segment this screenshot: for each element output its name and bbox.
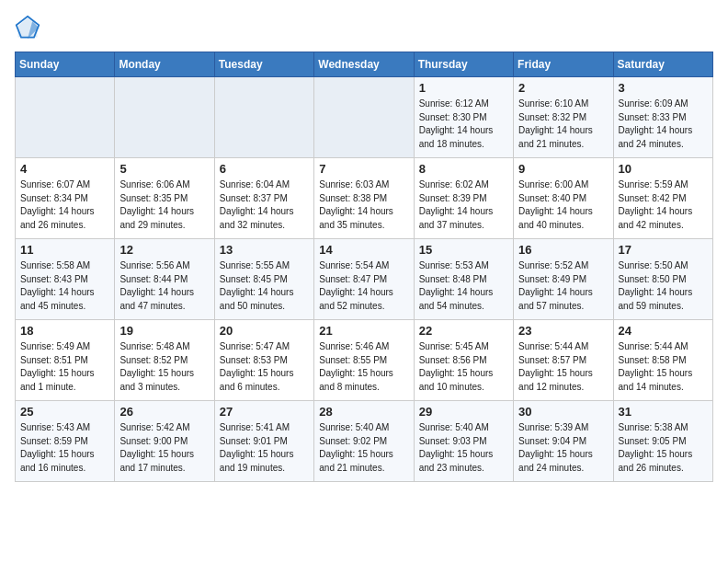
day-of-week-header: Monday xyxy=(115,52,214,77)
calendar-cell: 5Sunrise: 6:06 AM Sunset: 8:35 PM Daylig… xyxy=(115,158,214,239)
day-number: 1 xyxy=(419,81,508,95)
day-number: 11 xyxy=(20,243,109,257)
calendar-cell xyxy=(16,77,115,158)
calendar-cell: 8Sunrise: 6:02 AM Sunset: 8:39 PM Daylig… xyxy=(414,158,513,239)
day-detail: Sunrise: 6:00 AM Sunset: 8:40 PM Dayligh… xyxy=(518,178,608,232)
day-detail: Sunrise: 5:46 AM Sunset: 8:55 PM Dayligh… xyxy=(319,340,408,394)
calendar-cell: 11Sunrise: 5:58 AM Sunset: 8:43 PM Dayli… xyxy=(16,239,115,320)
day-detail: Sunrise: 5:40 AM Sunset: 9:02 PM Dayligh… xyxy=(319,421,408,475)
day-number: 8 xyxy=(419,162,508,176)
calendar-cell: 7Sunrise: 6:03 AM Sunset: 8:38 PM Daylig… xyxy=(314,158,414,239)
day-detail: Sunrise: 5:59 AM Sunset: 8:42 PM Dayligh… xyxy=(619,178,708,232)
day-detail: Sunrise: 5:38 AM Sunset: 9:05 PM Dayligh… xyxy=(619,421,708,475)
day-detail: Sunrise: 5:42 AM Sunset: 9:00 PM Dayligh… xyxy=(119,421,209,475)
day-detail: Sunrise: 5:39 AM Sunset: 9:04 PM Dayligh… xyxy=(518,421,608,475)
day-number: 16 xyxy=(518,243,608,257)
day-number: 17 xyxy=(619,243,708,257)
day-number: 23 xyxy=(518,324,608,338)
calendar-cell: 27Sunrise: 5:41 AM Sunset: 9:01 PM Dayli… xyxy=(214,401,313,482)
calendar-cell: 26Sunrise: 5:42 AM Sunset: 9:00 PM Dayli… xyxy=(115,401,214,482)
day-number: 28 xyxy=(319,405,408,419)
day-number: 14 xyxy=(319,243,408,257)
calendar-cell: 10Sunrise: 5:59 AM Sunset: 8:42 PM Dayli… xyxy=(613,158,712,239)
day-detail: Sunrise: 5:41 AM Sunset: 9:01 PM Dayligh… xyxy=(220,421,309,475)
day-number: 25 xyxy=(20,405,109,419)
day-detail: Sunrise: 6:06 AM Sunset: 8:35 PM Dayligh… xyxy=(119,178,209,232)
day-detail: Sunrise: 5:47 AM Sunset: 8:53 PM Dayligh… xyxy=(220,340,309,394)
calendar-cell: 28Sunrise: 5:40 AM Sunset: 9:02 PM Dayli… xyxy=(314,401,414,482)
day-number: 10 xyxy=(619,162,708,176)
calendar-cell: 15Sunrise: 5:53 AM Sunset: 8:48 PM Dayli… xyxy=(414,239,513,320)
day-detail: Sunrise: 6:04 AM Sunset: 8:37 PM Dayligh… xyxy=(220,178,309,232)
day-detail: Sunrise: 5:54 AM Sunset: 8:47 PM Dayligh… xyxy=(319,259,408,313)
calendar-cell: 6Sunrise: 6:04 AM Sunset: 8:37 PM Daylig… xyxy=(214,158,313,239)
calendar-cell: 3Sunrise: 6:09 AM Sunset: 8:33 PM Daylig… xyxy=(613,77,712,158)
day-detail: Sunrise: 6:07 AM Sunset: 8:34 PM Dayligh… xyxy=(20,178,109,232)
calendar-cell: 12Sunrise: 5:56 AM Sunset: 8:44 PM Dayli… xyxy=(115,239,214,320)
day-of-week-header: Wednesday xyxy=(314,52,414,77)
day-detail: Sunrise: 5:44 AM Sunset: 8:58 PM Dayligh… xyxy=(619,340,708,394)
day-number: 9 xyxy=(518,162,608,176)
day-number: 21 xyxy=(319,324,408,338)
calendar-cell: 21Sunrise: 5:46 AM Sunset: 8:55 PM Dayli… xyxy=(314,320,414,401)
day-number: 4 xyxy=(20,162,109,176)
day-number: 20 xyxy=(220,324,309,338)
day-detail: Sunrise: 5:44 AM Sunset: 8:57 PM Dayligh… xyxy=(518,340,608,394)
logo xyxy=(15,15,44,40)
day-of-week-header: Saturday xyxy=(613,52,712,77)
calendar-cell xyxy=(314,77,414,158)
day-detail: Sunrise: 6:10 AM Sunset: 8:32 PM Dayligh… xyxy=(518,98,608,151)
day-of-week-header: Sunday xyxy=(16,52,115,77)
calendar-cell: 14Sunrise: 5:54 AM Sunset: 8:47 PM Dayli… xyxy=(314,239,414,320)
calendar-cell: 19Sunrise: 5:48 AM Sunset: 8:52 PM Dayli… xyxy=(115,320,214,401)
calendar-cell: 23Sunrise: 5:44 AM Sunset: 8:57 PM Dayli… xyxy=(514,320,613,401)
page-header xyxy=(15,15,713,40)
calendar-table: SundayMondayTuesdayWednesdayThursdayFrid… xyxy=(15,52,713,482)
calendar-cell: 16Sunrise: 5:52 AM Sunset: 8:49 PM Dayli… xyxy=(514,239,613,320)
day-number: 30 xyxy=(518,405,608,419)
calendar-cell: 30Sunrise: 5:39 AM Sunset: 9:04 PM Dayli… xyxy=(514,401,613,482)
calendar-cell: 2Sunrise: 6:10 AM Sunset: 8:32 PM Daylig… xyxy=(514,77,613,158)
day-number: 3 xyxy=(619,81,708,95)
day-number: 15 xyxy=(419,243,508,257)
calendar-cell: 18Sunrise: 5:49 AM Sunset: 8:51 PM Dayli… xyxy=(16,320,115,401)
day-detail: Sunrise: 5:52 AM Sunset: 8:49 PM Dayligh… xyxy=(518,259,608,313)
day-number: 2 xyxy=(518,81,608,95)
day-detail: Sunrise: 5:55 AM Sunset: 8:45 PM Dayligh… xyxy=(220,259,309,313)
day-detail: Sunrise: 5:43 AM Sunset: 8:59 PM Dayligh… xyxy=(20,421,109,475)
day-number: 12 xyxy=(119,243,209,257)
day-detail: Sunrise: 6:12 AM Sunset: 8:30 PM Dayligh… xyxy=(419,98,508,151)
day-detail: Sunrise: 5:40 AM Sunset: 9:03 PM Dayligh… xyxy=(419,421,508,475)
day-number: 13 xyxy=(220,243,309,257)
calendar-cell: 4Sunrise: 6:07 AM Sunset: 8:34 PM Daylig… xyxy=(16,158,115,239)
day-number: 29 xyxy=(419,405,508,419)
day-of-week-header: Tuesday xyxy=(214,52,313,77)
day-detail: Sunrise: 6:09 AM Sunset: 8:33 PM Dayligh… xyxy=(619,98,708,151)
day-number: 31 xyxy=(619,405,708,419)
calendar-cell: 29Sunrise: 5:40 AM Sunset: 9:03 PM Dayli… xyxy=(414,401,513,482)
day-detail: Sunrise: 6:03 AM Sunset: 8:38 PM Dayligh… xyxy=(319,178,408,232)
calendar-cell xyxy=(115,77,214,158)
day-number: 7 xyxy=(319,162,408,176)
calendar-cell: 22Sunrise: 5:45 AM Sunset: 8:56 PM Dayli… xyxy=(414,320,513,401)
day-number: 27 xyxy=(220,405,309,419)
day-number: 22 xyxy=(419,324,508,338)
calendar-cell: 25Sunrise: 5:43 AM Sunset: 8:59 PM Dayli… xyxy=(16,401,115,482)
day-of-week-header: Friday xyxy=(514,52,613,77)
calendar-cell: 17Sunrise: 5:50 AM Sunset: 8:50 PM Dayli… xyxy=(613,239,712,320)
day-number: 18 xyxy=(20,324,109,338)
day-number: 24 xyxy=(619,324,708,338)
day-of-week-header: Thursday xyxy=(414,52,513,77)
day-number: 19 xyxy=(119,324,209,338)
calendar-cell: 13Sunrise: 5:55 AM Sunset: 8:45 PM Dayli… xyxy=(214,239,313,320)
day-detail: Sunrise: 5:58 AM Sunset: 8:43 PM Dayligh… xyxy=(20,259,109,313)
day-detail: Sunrise: 5:49 AM Sunset: 8:51 PM Dayligh… xyxy=(20,340,109,394)
day-number: 5 xyxy=(119,162,209,176)
day-detail: Sunrise: 5:53 AM Sunset: 8:48 PM Dayligh… xyxy=(419,259,508,313)
calendar-cell: 31Sunrise: 5:38 AM Sunset: 9:05 PM Dayli… xyxy=(613,401,712,482)
calendar-cell: 9Sunrise: 6:00 AM Sunset: 8:40 PM Daylig… xyxy=(514,158,613,239)
calendar-cell: 1Sunrise: 6:12 AM Sunset: 8:30 PM Daylig… xyxy=(414,77,513,158)
day-number: 26 xyxy=(119,405,209,419)
calendar-cell: 20Sunrise: 5:47 AM Sunset: 8:53 PM Dayli… xyxy=(214,320,313,401)
day-detail: Sunrise: 5:48 AM Sunset: 8:52 PM Dayligh… xyxy=(119,340,209,394)
